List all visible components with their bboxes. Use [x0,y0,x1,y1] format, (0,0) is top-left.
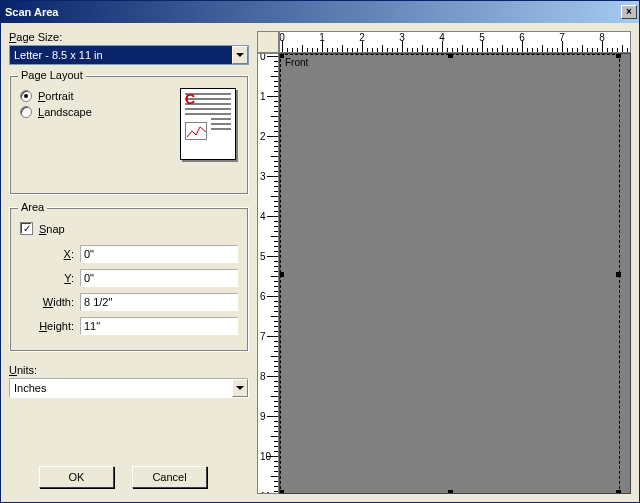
portrait-label: Portrait [38,90,73,102]
window-title: Scan Area [5,6,621,18]
page-layout-group: Page Layout Portrait Landscape C [9,75,249,195]
dropdown-arrow-icon [232,46,248,64]
page-size-value: Letter - 8.5 x 11 in [10,46,232,64]
x-input[interactable] [80,245,238,263]
x-label: X: [20,248,80,260]
area-group: Area ✓ Snap X: Y: Width: [9,207,249,352]
preview-glyph-icon: C [185,93,195,105]
scan-area-rectangle[interactable]: Front [280,54,620,494]
units-value: Inches [10,379,232,397]
page-size-select[interactable]: Letter - 8.5 x 11 in [9,45,249,65]
width-input[interactable] [80,293,238,311]
height-label: Height: [20,320,80,332]
resize-handle-e[interactable] [616,272,621,277]
checkbox-icon: ✓ [20,222,33,235]
page-size-label: Page Size: [9,31,249,43]
resize-handle-nw[interactable] [279,53,284,58]
dropdown-arrow-icon [232,379,248,397]
settings-panel: Page Size: Letter - 8.5 x 11 in Page Lay… [9,31,249,494]
preview-chart-icon [185,122,207,140]
height-input[interactable] [80,317,238,335]
snap-checkbox-row[interactable]: ✓ Snap [20,222,238,235]
preview-canvas[interactable]: Front [279,53,631,494]
resize-handle-w[interactable] [279,272,284,277]
units-select[interactable]: Inches [9,378,249,398]
close-button[interactable]: × [621,5,637,19]
content-area: Page Size: Letter - 8.5 x 11 in Page Lay… [1,23,639,502]
scan-rect-label: Front [285,57,308,68]
resize-handle-se[interactable] [616,490,621,494]
y-label: Y: [20,272,80,284]
resize-handle-ne[interactable] [616,53,621,58]
resize-handle-s[interactable] [448,490,453,494]
scan-area-dialog: Scan Area × Page Size: Letter - 8.5 x 11… [0,0,640,503]
preview-panel: 012345678 01234567891011 Front [257,31,631,494]
area-legend: Area [18,201,47,213]
radio-icon [20,90,32,102]
landscape-label: Landscape [38,106,92,118]
y-input[interactable] [80,269,238,287]
horizontal-ruler: 012345678 [279,31,631,53]
cancel-button[interactable]: Cancel [132,466,207,488]
resize-handle-sw[interactable] [279,490,284,494]
orientation-preview: C [180,88,236,160]
resize-handle-n[interactable] [448,53,453,58]
page-layout-legend: Page Layout [18,69,86,81]
vertical-ruler: 01234567891011 [257,53,279,494]
snap-label: Snap [39,223,65,235]
ruler-corner [257,31,279,53]
dialog-buttons: OK Cancel [9,466,249,494]
ok-button[interactable]: OK [39,466,114,488]
radio-icon [20,106,32,118]
units-label: Units: [9,364,249,376]
title-bar: Scan Area × [1,1,639,23]
width-label: Width: [20,296,80,308]
